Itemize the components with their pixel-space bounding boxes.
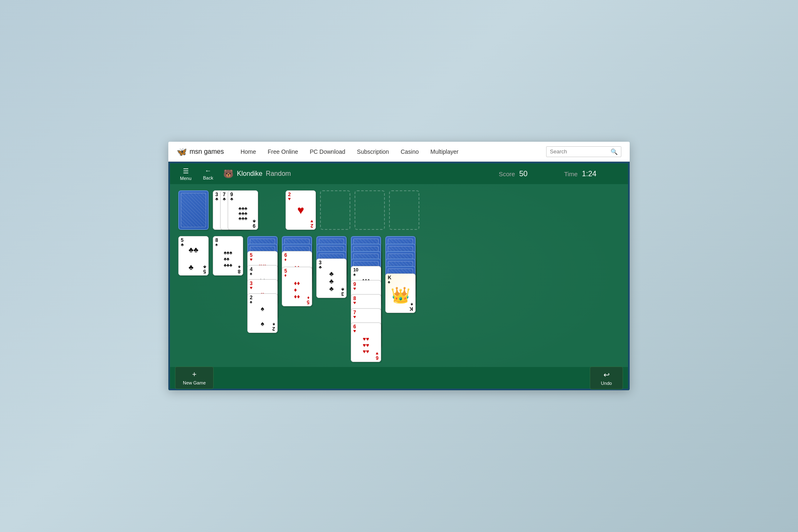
nav-multiplayer[interactable]: Multiplayer (430, 148, 458, 155)
tableau-col-3[interactable]: 5 ♥ 5 ♥ ♥♥♥♥♥ 4 ♠ 4 ♠ ♠♠♠♠ (247, 236, 278, 336)
brand-logo[interactable]: 🦋 msn games (177, 147, 224, 157)
suit: ♠ (215, 242, 218, 247)
undo-label: Undo (601, 381, 612, 386)
menu-label: Menu (180, 176, 192, 181)
brand-text: msn games (190, 148, 224, 155)
navbar-links: Home Free Online PC Download Subscriptio… (241, 148, 546, 155)
foundation-2[interactable] (320, 190, 350, 230)
score-value: 50 (519, 170, 527, 178)
navbar: 🦋 msn games Home Free Online PC Download… (168, 142, 630, 162)
new-game-button[interactable]: + New Game (175, 367, 214, 389)
time-area: Time 1:24 (564, 170, 596, 178)
game-title: 🐻 Klondike Random (223, 169, 291, 179)
suit: ♣ (230, 197, 233, 201)
card-table: 3 ♣ 3 ♣ ♣♣♣ 7 ♣ 7 ♣ ♣♣♣♣♣♣♣ 9 (170, 184, 628, 367)
suit-bottom: ♠ (411, 302, 413, 307)
nav-home[interactable]: Home (241, 148, 256, 155)
foundation-3[interactable] (355, 190, 385, 230)
suit: ♥ (353, 286, 356, 291)
suit: ♦ (284, 257, 287, 262)
new-game-label: New Game (183, 380, 206, 385)
game-container: ☰ Menu ← Back 🐻 Klondike Random Score 50… (168, 162, 630, 390)
back-label: Back (203, 175, 213, 180)
time-label: Time (564, 170, 578, 177)
bottom-bar: + New Game ↩ Undo (170, 367, 628, 389)
tableau-card[interactable]: 8 ♠ 8 ♠ ♠♠♠♠♠♠♠♠ (213, 236, 243, 276)
tableau-card[interactable]: 2 ♠ 2 ♠ ♠♠ (247, 293, 278, 333)
tableau-card[interactable]: 3 ♣ 3 ♣ ♣♣♣ (316, 259, 347, 298)
waste-pile[interactable]: 3 ♣ 3 ♣ ♣♣♣ 7 ♣ 7 ♣ ♣♣♣♣♣♣♣ 9 (213, 190, 263, 230)
suit: ♦ (284, 273, 287, 278)
suit: ♥ (353, 315, 356, 319)
foundation-1[interactable]: 2 ♥ 2 ♥ ♥ (286, 190, 316, 230)
tableau-col-2[interactable]: 8 ♠ 8 ♠ ♠♠♠♠♠♠♠♠ (213, 236, 243, 319)
browser-window: 🦋 msn games Home Free Online PC Download… (168, 142, 630, 390)
suit: ♣ (319, 265, 322, 269)
suit: ♥ (288, 197, 291, 201)
game-toolbar: ☰ Menu ← Back 🐻 Klondike Random Score 50… (170, 163, 628, 184)
suit-bottom: ♥ (310, 219, 313, 224)
nav-pc-download[interactable]: PC Download (310, 148, 345, 155)
score-label: Score (499, 170, 515, 177)
suit: ♥ (353, 329, 356, 333)
suit-bottom: ♣ (253, 219, 256, 224)
suit: ♠ (250, 300, 252, 304)
tableau-col-7[interactable]: K ♠ K ♠ 👑 (385, 236, 416, 319)
search-icon[interactable]: 🔍 (611, 148, 618, 155)
suit-bottom: ♣ (203, 265, 206, 269)
undo-button[interactable]: ↩ Undo (590, 367, 623, 389)
king-card[interactable]: K ♠ K ♠ 👑 (385, 273, 416, 313)
waste-card-3[interactable]: 9 ♣ 9 ♣ ♣♣♣♣♣♣♣♣♣ (228, 190, 258, 230)
game-logo-icon: 🐻 (223, 169, 234, 179)
game-name: Klondike (237, 170, 262, 177)
suit: ♠ (250, 271, 252, 276)
suit: ♠ (353, 272, 356, 277)
top-row: 3 ♣ 3 ♣ ♣♣♣ 7 ♣ 7 ♣ ♣♣♣♣♣♣♣ 9 (178, 190, 620, 230)
suit: ♥ (353, 300, 356, 305)
suit-bottom: ♠ (238, 265, 241, 269)
nav-casino[interactable]: Casino (401, 148, 419, 155)
tableau-col-1[interactable]: 5 ♣ 5 ♣ ♣♣♣ (178, 236, 209, 319)
tableau-row: 5 ♣ 5 ♣ ♣♣♣ 8 ♠ 8 ♠ ♠♠♠♠♠♠♠♠ (178, 236, 620, 336)
stock-pile[interactable] (178, 190, 209, 230)
nav-free-online[interactable]: Free Online (268, 148, 298, 155)
suit: ♥ (250, 286, 253, 290)
undo-icon: ↩ (603, 370, 610, 379)
brand-icon: 🦋 (177, 147, 187, 157)
tableau-card[interactable]: 5 ♦ 5 ♦ ♦♦♦♦♦ (282, 267, 312, 306)
foundation-4[interactable] (389, 190, 419, 230)
suit-bottom: ♣ (341, 287, 344, 292)
tableau-col-5[interactable]: 3 ♣ 3 ♣ ♣♣♣ (316, 236, 347, 319)
suit: ♠ (388, 280, 390, 284)
suit: ♣ (181, 242, 184, 247)
suit: ♣ (223, 197, 226, 201)
hamburger-icon: ☰ (183, 167, 189, 175)
suit-bottom: ♠ (273, 322, 275, 327)
tableau-card[interactable]: 6 ♥ 6 ♥ ♥♥♥♥♥♥ (351, 323, 381, 362)
suit: ♥ (250, 257, 253, 262)
back-icon: ← (205, 167, 212, 175)
time-value: 1:24 (582, 170, 596, 178)
nav-subscription[interactable]: Subscription (357, 148, 389, 155)
back-button[interactable]: ← Back (198, 165, 218, 183)
tableau-col-6[interactable]: 10 ♠ 10 ♠ ♠♠♠♠♠♠♠♠♠♠ 9 ♥ 9 ♥ ♥♥♥♥♥♥♥♥♥ (351, 236, 381, 336)
plus-icon: + (192, 370, 197, 379)
tableau-card[interactable]: 5 ♣ 5 ♣ ♣♣♣ (178, 236, 209, 276)
game-variant: Random (266, 170, 291, 177)
tableau-col-4[interactable]: 6 ♦ 6 ♦ ♦♦♦♦♦♦ 5 ♦ 5 ♦ ♦♦♦♦♦ (282, 236, 312, 319)
suit-bottom: ♥ (376, 351, 379, 356)
suit-bottom: ♦ (307, 296, 310, 300)
menu-button[interactable]: ☰ Menu (175, 165, 197, 183)
score-area: Score 50 (499, 170, 527, 178)
suit: ♣ (215, 197, 218, 201)
search-box[interactable]: 🔍 (546, 146, 621, 157)
search-input[interactable] (550, 148, 608, 155)
